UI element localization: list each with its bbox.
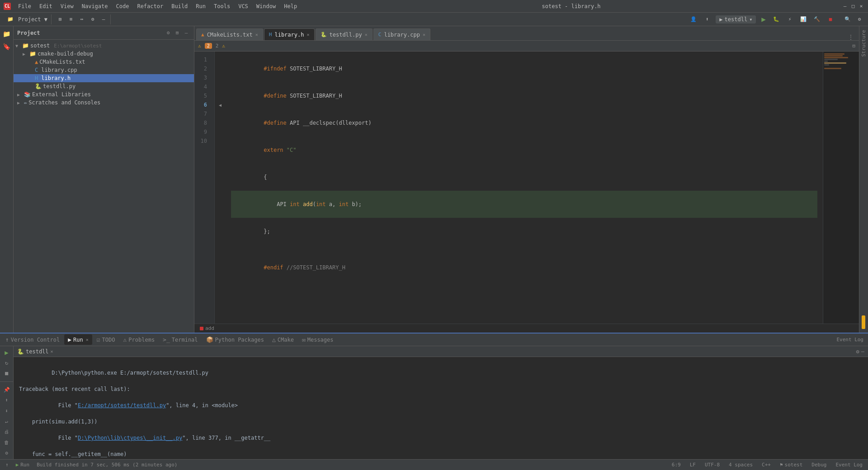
settings-side-button[interactable]: ⚙ bbox=[2, 449, 12, 457]
tab-terminal[interactable]: >_ Terminal bbox=[159, 334, 201, 345]
tab-python-packages[interactable]: 📦 Python Packages bbox=[203, 334, 268, 345]
tab-close-cmakelists[interactable]: ✕ bbox=[255, 32, 258, 37]
menu-run[interactable]: Run bbox=[192, 2, 209, 10]
editor-layout-icon[interactable]: ⊟ bbox=[852, 43, 855, 49]
eol-status[interactable]: LF bbox=[688, 462, 698, 468]
build-button[interactable]: 🔨 bbox=[812, 14, 822, 24]
tab-close-run[interactable]: ✕ bbox=[86, 337, 89, 342]
tree-item-library-cpp[interactable]: C library.cpp bbox=[14, 66, 194, 74]
run-panel-tools[interactable]: ⚙ — bbox=[856, 348, 864, 355]
tab-testdll-py[interactable]: 🐍 testdll.py ✕ bbox=[316, 28, 373, 40]
project-dropdown[interactable]: Project ▼ bbox=[16, 16, 49, 23]
project-status[interactable]: ⚑ sotest bbox=[778, 462, 804, 468]
close-button[interactable]: ✕ bbox=[858, 3, 864, 9]
debug-button[interactable]: 🐛 bbox=[771, 14, 781, 24]
tree-item-sotest[interactable]: ▼ 📁 sotest E:\armopt\sotest bbox=[14, 42, 194, 50]
encoding-status[interactable]: UTF-8 bbox=[703, 462, 722, 468]
vcs-status[interactable]: ↑ bbox=[4, 462, 10, 468]
trash-button[interactable]: 🗑 bbox=[2, 438, 12, 446]
run-panel-settings-icon[interactable]: ⚙ bbox=[856, 348, 859, 355]
stop-side-button[interactable]: ■ bbox=[2, 369, 12, 378]
gutter-line-6[interactable]: ◀ bbox=[215, 100, 226, 109]
settings-button[interactable]: ⚙ bbox=[854, 14, 864, 24]
indent-status[interactable]: 4 spaces bbox=[727, 462, 755, 468]
cursor-position-status[interactable]: 6:9 bbox=[670, 462, 683, 468]
tab-close-testdll[interactable]: ✕ bbox=[365, 32, 368, 37]
tree-item-cmake-build-debug[interactable]: ▶ 📁 cmake-build-debug bbox=[14, 50, 194, 58]
run-panel-close-icon[interactable]: — bbox=[861, 348, 864, 355]
panel-collapse-icon[interactable]: — bbox=[182, 29, 190, 37]
toolbar-split-icon[interactable]: ↔ bbox=[77, 14, 87, 24]
scroll-down-side-button[interactable]: ⬇ bbox=[2, 406, 12, 415]
tab-library-h[interactable]: H library.h ✕ bbox=[264, 28, 315, 40]
menu-file[interactable]: File bbox=[14, 2, 35, 10]
run-side-button[interactable]: ▶ bbox=[2, 348, 12, 357]
toolbar-settings-icon[interactable]: ⚙ bbox=[88, 14, 98, 24]
print-button[interactable]: 🖨 bbox=[2, 428, 12, 436]
panel-settings-icon[interactable]: ⚙ bbox=[164, 29, 172, 37]
search-everywhere-button[interactable]: 🔍 bbox=[843, 14, 853, 24]
toolbar-user-icon[interactable]: 👤 bbox=[689, 14, 698, 24]
menu-vcs[interactable]: VCS bbox=[235, 2, 252, 10]
menu-navigate[interactable]: Navigate bbox=[78, 2, 112, 10]
toolbar-project-icon[interactable]: 📁 bbox=[5, 14, 15, 24]
tab-messages[interactable]: ✉ Messages bbox=[298, 334, 337, 345]
minimap[interactable] bbox=[823, 52, 859, 324]
build-message-status[interactable]: Build finished in 7 sec, 506 ms (2 minut… bbox=[35, 462, 179, 468]
console-link-ctypes1[interactable]: D:\Python\lib\ctypes\__init__.py bbox=[78, 435, 182, 441]
run-configuration[interactable]: ▶ testdll ▾ bbox=[716, 15, 756, 24]
soft-wrap-button[interactable]: ↵ bbox=[2, 417, 12, 426]
run-config-dropdown-icon[interactable]: ▾ bbox=[749, 16, 752, 23]
run-tab-close[interactable]: ✕ bbox=[51, 349, 53, 354]
menu-refactor[interactable]: Refactor bbox=[133, 2, 167, 10]
tab-todo[interactable]: ☑ TODO bbox=[93, 334, 119, 345]
menu-code[interactable]: Code bbox=[113, 2, 133, 10]
tab-close-library-h[interactable]: ✕ bbox=[307, 32, 309, 37]
menu-window[interactable]: Window bbox=[253, 2, 279, 10]
editor-settings-icon[interactable]: ⋮ bbox=[848, 34, 854, 40]
tree-item-library-h[interactable]: H library.h bbox=[14, 74, 194, 82]
rerun-side-button[interactable]: ↻ bbox=[2, 358, 12, 367]
menu-view[interactable]: View bbox=[57, 2, 77, 10]
code-content[interactable]: #ifndef SOTEST_LIBRARY_H #define SOTEST_… bbox=[226, 52, 823, 324]
profile-button[interactable]: 📊 bbox=[798, 14, 808, 24]
menu-edit[interactable]: Edit bbox=[36, 2, 56, 10]
scroll-up-side-button[interactable]: ⬆ bbox=[2, 396, 12, 404]
toolbar-list-icon[interactable]: ≡ bbox=[66, 14, 76, 24]
event-log-status[interactable]: Event Log bbox=[834, 462, 864, 468]
tree-item-scratches[interactable]: ▶ ✏ Scratches and Consoles bbox=[14, 99, 194, 107]
code-editor[interactable]: 1 2 3 4 5 6 7 8 9 10 ◀ bbox=[194, 52, 859, 324]
panel-expand-icon[interactable]: ⊞ bbox=[173, 29, 181, 37]
tree-item-cmakelists[interactable]: ▲ CMakeLists.txt bbox=[14, 58, 194, 66]
pin-side-button[interactable]: 📌 bbox=[2, 385, 12, 394]
coverage-button[interactable]: ⚡ bbox=[785, 14, 795, 24]
menu-build[interactable]: Build bbox=[168, 2, 191, 10]
tree-item-external-libraries[interactable]: ▶ 📚 External Libraries bbox=[14, 90, 194, 99]
tab-close-library-cpp[interactable]: ✕ bbox=[423, 32, 425, 37]
menu-help[interactable]: Help bbox=[280, 2, 301, 10]
tab-cmakelists[interactable]: ▲ CMakeLists.txt ✕ bbox=[196, 28, 263, 40]
debug-status[interactable]: Debug bbox=[810, 462, 828, 468]
sidebar-icon-bookmarks[interactable]: 🔖 bbox=[1, 41, 13, 52]
maximize-button[interactable]: □ bbox=[850, 3, 856, 9]
menu-tools[interactable]: Tools bbox=[210, 2, 234, 10]
tab-version-control[interactable]: ↑ Version Control bbox=[2, 334, 63, 345]
toolbar-vcs-icon[interactable]: ⬆ bbox=[702, 14, 712, 24]
toolbar-grid-icon[interactable]: ⊞ bbox=[55, 14, 65, 24]
panel-tools[interactable]: ⚙ ⊞ — bbox=[164, 29, 190, 37]
menu-bar[interactable]: File Edit View Navigate Code Refactor Bu… bbox=[14, 2, 301, 10]
tab-run[interactable]: ▶ Run ✕ bbox=[64, 334, 92, 345]
minimize-button[interactable]: — bbox=[842, 3, 848, 9]
tree-item-testdll-py[interactable]: 🐍 testdll.py bbox=[14, 82, 194, 90]
tab-problems[interactable]: ⚠ Problems bbox=[119, 334, 158, 345]
window-controls[interactable]: — □ ✕ bbox=[842, 3, 864, 9]
event-log-button[interactable]: Event Log bbox=[834, 336, 866, 343]
toolbar-minus-icon[interactable]: — bbox=[99, 14, 108, 24]
tab-library-cpp[interactable]: C library.cpp ✕ bbox=[373, 28, 430, 40]
console-output[interactable]: D:\Python\python.exe E:/armopt/sotest/te… bbox=[14, 357, 868, 459]
file-type-status[interactable]: C++ bbox=[760, 462, 773, 468]
sidebar-icon-project[interactable]: 📁 bbox=[1, 28, 13, 40]
breakpoint-icon[interactable]: ◀ bbox=[219, 103, 222, 108]
run-button[interactable]: ▶ bbox=[760, 15, 768, 24]
structure-label[interactable]: Structure bbox=[861, 30, 867, 57]
